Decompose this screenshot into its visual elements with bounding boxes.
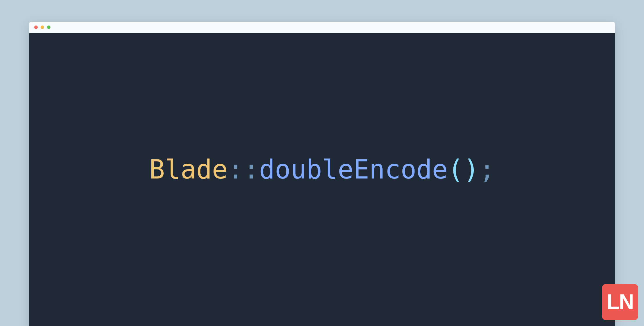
token-scope-operator: :: <box>228 154 259 185</box>
brand-logo-badge: LN <box>602 284 638 320</box>
token-semicolon: ; <box>479 154 495 185</box>
maximize-icon[interactable] <box>47 26 50 29</box>
close-icon[interactable] <box>34 26 38 29</box>
window-titlebar <box>29 22 615 33</box>
token-parentheses: () <box>448 154 479 185</box>
code-line: Blade::doubleEncode(); <box>149 154 495 185</box>
token-method: doubleEncode <box>259 154 448 185</box>
brand-logo-text: LN <box>607 291 634 312</box>
code-editor-area: Blade::doubleEncode(); <box>29 33 615 326</box>
editor-window: Blade::doubleEncode(); <box>29 22 615 326</box>
token-class: Blade <box>149 154 228 185</box>
minimize-icon[interactable] <box>41 26 44 29</box>
